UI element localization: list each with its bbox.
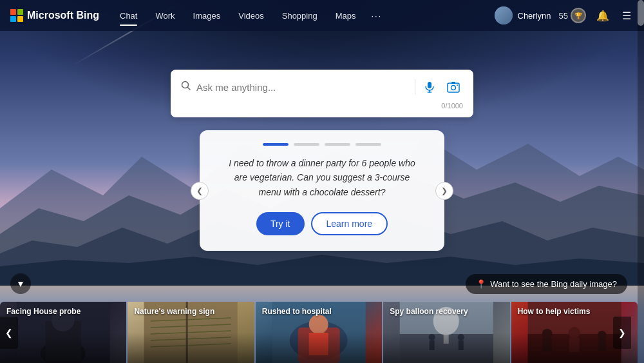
logo-yellow xyxy=(17,16,23,22)
news-prev-button[interactable]: ❮ xyxy=(0,317,18,349)
nav-more-button[interactable]: ··· xyxy=(366,7,387,25)
news-title-2: Nature's warning sign xyxy=(134,307,247,317)
main-content: 0/1000 ❮ I need to throw a dinner party … xyxy=(0,31,644,251)
news-card-2[interactable]: Nature's warning sign xyxy=(128,302,254,363)
avatar-image xyxy=(495,6,513,25)
user-name: Cherlynn xyxy=(518,11,551,21)
logo-green xyxy=(17,9,23,15)
prompt-card: ❮ I need to throw a dinner party for 6 p… xyxy=(200,130,444,251)
nav-maps[interactable]: Maps xyxy=(328,7,364,25)
microphone-button[interactable] xyxy=(421,78,439,96)
dot-4 xyxy=(355,143,381,146)
navbar: Microsoft Bing Chat Work Images Videos S… xyxy=(0,0,644,31)
prompt-actions: Try it Learn more xyxy=(219,212,425,235)
camera-button[interactable] xyxy=(444,77,463,97)
logo-area[interactable]: Microsoft Bing xyxy=(10,9,99,22)
search-input[interactable] xyxy=(196,82,408,93)
daily-image-label: Want to see the Bing daily image? xyxy=(490,279,617,289)
learn-more-button[interactable]: Learn more xyxy=(311,212,388,235)
nav-shopping[interactable]: Shopping xyxy=(274,7,325,25)
prev-arrow-icon: ❮ xyxy=(196,186,203,195)
points-value: 55 xyxy=(559,11,568,21)
collapse-row: ▼ 📍 Want to see the Bing daily image? xyxy=(0,268,638,299)
progress-dots xyxy=(219,143,425,146)
nav-images[interactable]: Images xyxy=(185,7,229,25)
svg-line-5 xyxy=(188,88,191,90)
next-prompt-button[interactable]: ❯ xyxy=(435,182,453,200)
microsoft-logo xyxy=(10,9,23,22)
scrollbar-thumb[interactable] xyxy=(638,0,644,26)
avatar xyxy=(495,6,513,25)
prev-prompt-button[interactable]: ❮ xyxy=(191,182,209,200)
notifications-button[interactable]: 🔔 xyxy=(594,7,612,25)
collapse-button[interactable]: ▼ xyxy=(10,273,31,294)
news-title-5: How to help victims xyxy=(518,307,631,317)
news-title-1: Facing House probe xyxy=(6,307,120,317)
prompt-text: I need to throw a dinner party for 6 peo… xyxy=(219,156,425,199)
menu-button[interactable]: ☰ xyxy=(620,7,634,25)
nav-right: Cherlynn 55 🏆 🔔 ☰ xyxy=(495,6,634,25)
news-next-button[interactable]: ❯ xyxy=(613,317,631,349)
scrollbar[interactable] xyxy=(638,0,644,363)
search-input-wrapper xyxy=(181,81,408,93)
points-badge[interactable]: 55 🏆 xyxy=(559,8,586,23)
user-area[interactable]: Cherlynn xyxy=(495,6,551,25)
news-prev-icon: ❮ xyxy=(5,328,13,338)
search-icons-right xyxy=(415,77,463,97)
nav-work[interactable]: Work xyxy=(147,7,182,25)
logo-red xyxy=(10,9,16,15)
divider xyxy=(415,79,415,95)
news-card-4[interactable]: Spy balloon recovery xyxy=(383,302,509,363)
char-count: 0/1000 xyxy=(181,102,463,110)
logo-blue xyxy=(10,16,16,22)
svg-point-12 xyxy=(457,84,458,86)
app-title: Microsoft Bing xyxy=(27,10,99,21)
nav-chat[interactable]: Chat xyxy=(112,7,145,25)
news-strip-container: ❮ Facing House probe xyxy=(0,302,638,363)
svg-rect-6 xyxy=(428,82,431,88)
bottom-section: ▼ 📍 Want to see the Bing daily image? ❮ xyxy=(0,268,638,363)
collapse-icon: ▼ xyxy=(16,279,25,289)
nav-videos[interactable]: Videos xyxy=(231,7,272,25)
nav-links: Chat Work Images Videos Shopping Maps ··… xyxy=(112,7,495,25)
reward-icon: 🏆 xyxy=(571,8,586,23)
news-card-3[interactable]: Rushed to hospital xyxy=(256,302,382,363)
news-next-icon: ❯ xyxy=(618,328,626,338)
news-card-1[interactable]: Facing House probe xyxy=(0,302,126,363)
location-icon: 📍 xyxy=(476,279,486,289)
svg-rect-11 xyxy=(451,82,455,84)
daily-image-button[interactable]: 📍 Want to see the Bing daily image? xyxy=(466,274,627,294)
try-it-button[interactable]: Try it xyxy=(256,212,305,235)
news-strip: Facing House probe xyxy=(0,302,638,363)
dot-3 xyxy=(325,143,350,146)
news-title-3: Rushed to hospital xyxy=(262,307,375,317)
search-container: 0/1000 xyxy=(171,70,473,117)
next-arrow-icon: ❯ xyxy=(441,186,448,195)
svg-point-10 xyxy=(451,86,456,90)
dot-2 xyxy=(294,143,319,146)
search-row xyxy=(181,77,463,97)
news-title-4: Spy balloon recovery xyxy=(390,307,503,317)
dot-1 xyxy=(263,143,289,146)
search-icon xyxy=(181,81,191,93)
